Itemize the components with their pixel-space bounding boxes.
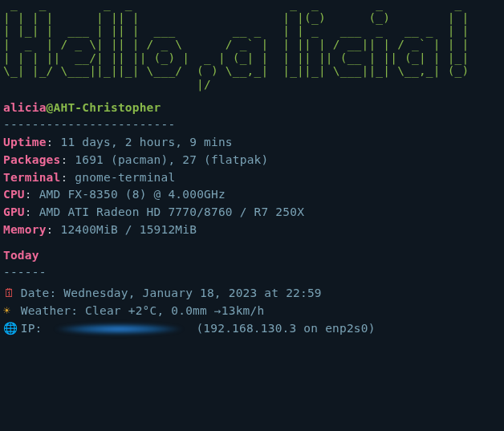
info-cpu: CPU: AMD FX-8350 (8) @ 4.000GHz bbox=[3, 186, 501, 204]
memory-label: Memory bbox=[3, 223, 47, 236]
ascii-art: _ _ _ _ _ _ _ _ | | | | | || | | |(_) (_… bbox=[3, 0, 501, 91]
gpu-value: AMD ATI Radeon HD 7770/8760 / R7 250X bbox=[39, 205, 304, 218]
memory-value: 12400MiB / 15912MiB bbox=[60, 223, 197, 236]
uptime-label: Uptime bbox=[3, 136, 47, 148]
today-separator: ------ bbox=[3, 264, 501, 282]
host-separator: ------------------------ bbox=[3, 116, 501, 134]
today-date: 🗓Date: Wednesday, January 18, 2023 at 22… bbox=[3, 285, 501, 303]
cpu-value: AMD FX-8350 (8) @ 4.000GHz bbox=[39, 188, 226, 201]
uptime-value: 11 days, 2 hours, 9 mins bbox=[60, 136, 232, 148]
gpu-label: GPU bbox=[3, 205, 25, 218]
info-terminal: Terminal: gnome-terminal bbox=[3, 169, 501, 187]
terminal-label: Terminal bbox=[3, 171, 60, 184]
weather-text: Weather: Clear +2°C, 0.0mm →13km/h bbox=[21, 304, 265, 317]
packages-label: Packages bbox=[3, 153, 60, 166]
today-ip: 🌐IP: (192.168.130.3 on enp2s0) bbox=[3, 320, 501, 338]
info-packages: Packages: 1691 (pacman), 27 (flatpak) bbox=[3, 152, 501, 169]
info-uptime: Uptime: 11 days, 2 hours, 9 mins bbox=[3, 134, 501, 152]
packages-value: 1691 (pacman), 27 (flatpak) bbox=[75, 153, 268, 166]
globe-icon: 🌐 bbox=[3, 320, 21, 338]
date-text: Date: Wednesday, January 18, 2023 at 22:… bbox=[21, 287, 322, 299]
cpu-label: CPU bbox=[3, 188, 25, 201]
info-memory: Memory: 12400MiB / 15912MiB bbox=[3, 222, 501, 239]
ip-rest: (192.168.130.3 on enp2s0) bbox=[189, 322, 375, 335]
today-heading: Today bbox=[3, 247, 501, 265]
today-weather: ☀Weather: Clear +2°C, 0.0mm →13km/h bbox=[3, 303, 501, 320]
ascii-banner: _ _ _ _ _ _ _ _ | | | | | || | | |(_) (_… bbox=[3, 0, 501, 91]
at-sign: @ bbox=[47, 101, 54, 114]
calendar-icon: 🗓 bbox=[3, 285, 21, 303]
terminal-output: _ _ _ _ _ _ _ _ | | | | | || | | |(_) (_… bbox=[0, 0, 504, 337]
user-host-line: alicia@AHT-Christopher bbox=[3, 100, 501, 117]
sun-icon: ☀ bbox=[3, 303, 21, 320]
info-gpu: GPU: AMD ATI Radeon HD 7770/8760 / R7 25… bbox=[3, 204, 501, 222]
terminal-value: gnome-terminal bbox=[75, 171, 175, 184]
ip-redacted bbox=[51, 323, 187, 335]
ip-prefix: IP: bbox=[21, 322, 50, 335]
hostname: AHT-Christopher bbox=[54, 101, 161, 114]
username: alicia bbox=[3, 101, 47, 114]
